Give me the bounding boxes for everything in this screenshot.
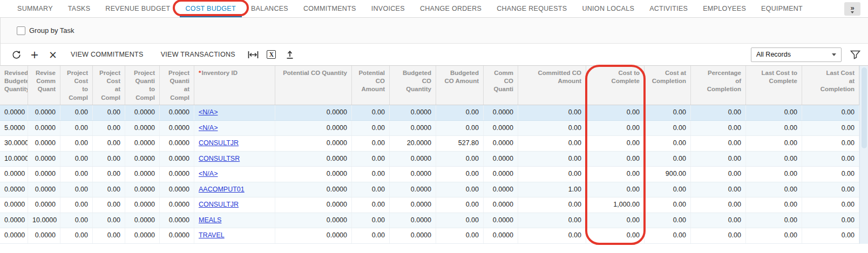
- cell-cost-at-completion[interactable]: 0.00: [645, 228, 691, 243]
- cell-percentage-of-completion[interactable]: 0.00: [691, 197, 746, 213]
- tab-balances[interactable]: BALANCES: [243, 0, 296, 17]
- cell-budgeted-co-quantity[interactable]: 0.0000: [390, 167, 436, 182]
- cell-project-cost-to-compl[interactable]: 0.00: [60, 152, 93, 167]
- cell-budgeted-co-amount[interactable]: 0.00: [436, 105, 484, 120]
- cell-inventory-id[interactable]: <N/A>: [194, 167, 275, 182]
- cell-potential-co-quantity[interactable]: 0.0000: [275, 136, 352, 151]
- cell-potential-co-amount[interactable]: 0.00: [352, 213, 390, 228]
- column-header-committed-co-amount[interactable]: Committed CO Amount: [518, 66, 586, 105]
- cell-cost-at-completion[interactable]: 0.00: [645, 197, 691, 213]
- cell-project-quanti-to-compl[interactable]: 0.0000: [125, 197, 160, 213]
- column-header-revised-budgeted-quantity[interactable]: Revised Budgeted Quantity: [0, 66, 28, 105]
- cell-committed-co-amount[interactable]: 0.00: [518, 197, 586, 213]
- cell-project-quanti-at-compl[interactable]: 0.0000: [160, 121, 194, 136]
- cell-comm-co-quanti[interactable]: 0.0000: [484, 213, 518, 228]
- cell-last-cost-to-complete[interactable]: 0.00: [746, 121, 802, 136]
- cell-potential-co-amount[interactable]: 0.00: [352, 105, 390, 120]
- cell-project-quanti-at-compl[interactable]: 0.0000: [160, 136, 194, 151]
- cell-budgeted-co-quantity[interactable]: 20.0000: [390, 136, 436, 151]
- cell-potential-co-quantity[interactable]: 0.0000: [275, 167, 352, 182]
- column-header-project-quanti-at-compl[interactable]: Project Quanti at Compl: [160, 66, 194, 105]
- cell-potential-co-amount[interactable]: 0.00: [352, 152, 390, 167]
- cell-cost-at-completion[interactable]: 0.00: [645, 136, 691, 151]
- cell-project-cost-at-compl[interactable]: 0.00: [93, 213, 125, 228]
- cell-last-cost-to-complete[interactable]: 0.00: [746, 152, 802, 167]
- fit-width-button[interactable]: [244, 46, 262, 63]
- tab-activities[interactable]: ACTIVITIES: [642, 0, 695, 17]
- cell-cost-at-completion[interactable]: 0.00: [645, 152, 691, 167]
- inventory-id-link[interactable]: CONSULTJR: [199, 201, 239, 208]
- cell-cost-to-complete[interactable]: 0.00: [586, 213, 645, 228]
- table-row[interactable]: 0.00000.00000.000.000.00000.0000CONSULTJ…: [0, 197, 859, 213]
- cell-committed-co-amount[interactable]: 0.00: [518, 121, 586, 136]
- tab-change-orders[interactable]: CHANGE ORDERS: [412, 0, 489, 17]
- cell-comm-co-quanti[interactable]: 0.0000: [484, 105, 518, 120]
- table-row[interactable]: 5.00000.00000.000.000.00000.0000<N/A>0.0…: [0, 121, 859, 136]
- cell-committed-co-amount[interactable]: 0.00: [518, 105, 586, 120]
- cell-potential-co-quantity[interactable]: 0.0000: [275, 152, 352, 167]
- cell-cost-to-complete[interactable]: 0.00: [586, 228, 645, 243]
- table-row[interactable]: 0.00000.00000.000.000.00000.0000TRAVEL0.…: [0, 228, 859, 244]
- cell-inventory-id[interactable]: TRAVEL: [194, 228, 275, 243]
- cell-cost-to-complete[interactable]: 0.00: [586, 152, 645, 167]
- cell-budgeted-co-amount[interactable]: 0.00: [436, 167, 484, 182]
- cell-project-quanti-to-compl[interactable]: 0.0000: [125, 182, 160, 197]
- column-header-budgeted-co-amount[interactable]: Budgeted CO Amount: [436, 66, 484, 105]
- cell-budgeted-co-quantity[interactable]: 0.0000: [390, 182, 436, 197]
- tab-overflow-button[interactable]: »: [844, 2, 860, 16]
- tab-invoices[interactable]: INVOICES: [364, 0, 412, 17]
- column-header-project-cost-at-compl[interactable]: Project Cost at Compl: [93, 66, 125, 105]
- inventory-id-link[interactable]: <N/A>: [199, 124, 218, 132]
- cell-project-cost-at-compl[interactable]: 0.00: [93, 197, 125, 213]
- cell-potential-co-amount[interactable]: 0.00: [352, 167, 390, 182]
- records-filter-dropdown[interactable]: All Records: [751, 47, 842, 62]
- cell-project-quanti-at-compl[interactable]: 0.0000: [160, 152, 194, 167]
- cell-budgeted-co-quantity[interactable]: 0.0000: [390, 121, 436, 136]
- inventory-id-link[interactable]: <N/A>: [199, 108, 218, 116]
- table-row[interactable]: 30.00000.00000.000.000.00000.0000CONSULT…: [0, 136, 859, 152]
- cell-percentage-of-completion[interactable]: 0.00: [691, 152, 746, 167]
- tab-commitments[interactable]: COMMITMENTS: [296, 0, 364, 17]
- cell-project-cost-to-compl[interactable]: 0.00: [60, 197, 93, 213]
- column-header-last-cost-at-completion[interactable]: Last Cost at Completion: [802, 66, 859, 105]
- column-header-comm-co-quanti[interactable]: Comm CO Quanti: [484, 66, 518, 105]
- cell-last-cost-at-completion[interactable]: 0.00: [802, 152, 859, 167]
- cell-cost-at-completion[interactable]: 0.00: [645, 182, 691, 197]
- inventory-id-link[interactable]: AACOMPUT01: [199, 186, 245, 193]
- cell-cost-at-completion[interactable]: 0.00: [645, 213, 691, 228]
- cell-potential-co-amount[interactable]: 0.00: [352, 182, 390, 197]
- cell-comm-co-quanti[interactable]: 0.0000: [484, 121, 518, 136]
- cell-revise-comm-quant[interactable]: 0.0000: [28, 121, 60, 136]
- column-header-project-cost-to-compl[interactable]: Project Cost to Compl: [60, 66, 93, 105]
- vertical-scrollbar[interactable]: [859, 66, 868, 244]
- column-header-cost-to-complete[interactable]: Cost to Complete: [586, 66, 645, 105]
- cell-revised-budgeted-quantity[interactable]: 0.0000: [0, 213, 28, 228]
- cell-project-quanti-at-compl[interactable]: 0.0000: [160, 182, 194, 197]
- cell-last-cost-at-completion[interactable]: 0.00: [802, 105, 859, 120]
- cell-committed-co-amount[interactable]: 0.00: [518, 136, 586, 151]
- cell-revise-comm-quant[interactable]: 10.0000: [28, 213, 60, 228]
- cell-percentage-of-completion[interactable]: 0.00: [691, 228, 746, 243]
- tab-cost-budget[interactable]: COST BUDGET: [178, 0, 243, 17]
- cell-cost-to-complete[interactable]: 0.00: [586, 167, 645, 182]
- column-header-last-cost-to-complete[interactable]: Last Cost to Complete: [746, 66, 802, 105]
- cell-last-cost-at-completion[interactable]: 0.00: [802, 167, 859, 182]
- cell-budgeted-co-quantity[interactable]: 0.0000: [390, 228, 436, 243]
- cell-inventory-id[interactable]: CONSULTJR: [194, 136, 275, 151]
- cell-committed-co-amount[interactable]: 0.00: [518, 152, 586, 167]
- cell-budgeted-co-amount[interactable]: 0.00: [436, 152, 484, 167]
- cell-inventory-id[interactable]: <N/A>: [194, 105, 275, 120]
- export-to-excel-button[interactable]: X: [262, 46, 281, 63]
- tab-summary[interactable]: SUMMARY: [10, 0, 60, 17]
- cell-project-cost-to-compl[interactable]: 0.00: [60, 136, 93, 151]
- cell-last-cost-at-completion[interactable]: 0.00: [802, 121, 859, 136]
- cell-project-cost-at-compl[interactable]: 0.00: [93, 105, 125, 120]
- cell-revise-comm-quant[interactable]: 0.0000: [28, 167, 60, 182]
- cell-revise-comm-quant[interactable]: 0.0000: [28, 105, 60, 120]
- column-header-potential-co-amount[interactable]: Potential CO Amount: [352, 66, 390, 105]
- cell-project-cost-at-compl[interactable]: 0.00: [93, 121, 125, 136]
- cell-cost-at-completion[interactable]: 900.00: [645, 167, 691, 182]
- cell-budgeted-co-quantity[interactable]: 0.0000: [390, 213, 436, 228]
- cell-comm-co-quanti[interactable]: 0.0000: [484, 228, 518, 243]
- cell-project-cost-to-compl[interactable]: 0.00: [60, 105, 93, 120]
